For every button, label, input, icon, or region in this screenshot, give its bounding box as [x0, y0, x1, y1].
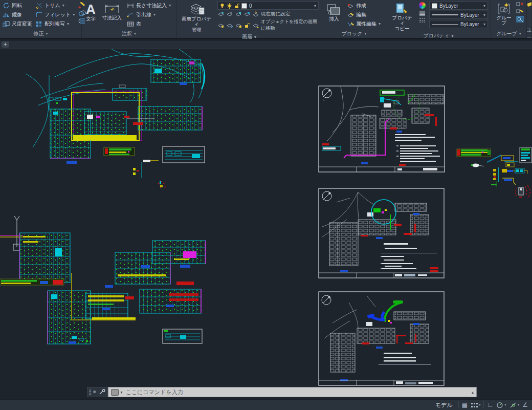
layer-properties-button[interactable]: 画層プロパティ 管理: [179, 2, 214, 33]
move-to-layer-label[interactable]: オブジェクトを指定の画層に移動: [261, 18, 319, 32]
attribute-edit-icon: [347, 21, 354, 27]
insert-icon: [326, 3, 342, 16]
trim-button[interactable]: トリム▾: [36, 2, 75, 10]
chevron-down-icon: ▾: [73, 11, 75, 19]
lineweight-dropdown[interactable]: ByLayer ▾: [429, 11, 488, 19]
linetype-line: [432, 24, 458, 25]
layer-prev-icon[interactable]: [226, 23, 233, 28]
group-edit-icon[interactable]: [516, 9, 524, 14]
layer-isolate-icon[interactable]: [217, 11, 225, 17]
group-selection-toggle-icon[interactable]: [516, 16, 524, 23]
chevron-down-icon[interactable]: ▾: [121, 390, 123, 395]
layer-lock-icon: [234, 3, 239, 9]
chevron-down-icon: ▾: [504, 403, 506, 407]
misc-details-drawing: [455, 143, 532, 205]
rotate-icon: [3, 2, 10, 9]
panel-label-annotate[interactable]: 注釈▾: [82, 29, 176, 38]
block-edit-button[interactable]: 編集: [347, 11, 381, 19]
block-edit-icon: [347, 12, 354, 18]
frame3-text-lines: [379, 353, 431, 365]
object-color-swatch: [432, 3, 437, 9]
ungroup-icon[interactable]: [516, 2, 524, 7]
linear-dimension-button[interactable]: 長さ寸法記入▾: [127, 2, 171, 10]
insert-button[interactable]: 挿入: [325, 2, 343, 23]
chevron-down-icon: ▾: [153, 11, 156, 19]
leader-button[interactable]: 引出線▾: [127, 11, 171, 19]
panel-modify: 回転 鏡像 尺度変更 トリム▾ フィレット▾ 配列複写▾: [0, 0, 82, 38]
set-current-layer-icon[interactable]: [252, 11, 259, 17]
chevron-down-icon: ▾: [479, 403, 481, 407]
recent-commands-icon[interactable]: ▴: [472, 390, 474, 395]
command-input-wrap: ▾ ▴: [108, 387, 477, 397]
move-to-layer-icon[interactable]: [252, 23, 259, 28]
chevron-down-icon: ▾: [452, 34, 454, 38]
layer-match-icon[interactable]: [217, 23, 225, 28]
dimension-icon: [103, 3, 121, 15]
match-properties-button[interactable]: プロパティ コピー: [389, 2, 415, 32]
new-tab-plus-icon[interactable]: +: [2, 41, 9, 48]
frame1-compass: [322, 89, 331, 101]
ortho-toggle[interactable]: ∟: [487, 401, 493, 408]
chevron-down-icon: ▾: [483, 13, 485, 17]
linetype-sample-icon: [419, 17, 426, 23]
set-current-label[interactable]: 現在層に設定: [261, 11, 290, 17]
frame3-title-block: [319, 380, 444, 385]
panel-label-utilities[interactable]: ユー: [527, 29, 531, 38]
chevron-down-icon: ▾: [483, 4, 485, 8]
dimension-button[interactable]: 寸法記入: [101, 2, 123, 21]
rotate-button[interactable]: 回転: [3, 2, 32, 10]
site-building-east: [124, 106, 202, 130]
layer-dropdown[interactable]: 0 ▾: [217, 2, 319, 10]
polar-tracking-toggle[interactable]: ▾: [496, 402, 506, 408]
frame1-text-lines: [395, 134, 440, 166]
layer-freeze-tool-icon[interactable]: [235, 11, 242, 17]
measure-icon[interactable]: [527, 2, 532, 8]
close-icon[interactable]: ✕: [93, 390, 97, 395]
snap-toggle[interactable]: ▾: [471, 402, 481, 408]
chevron-down-icon: ▾: [314, 4, 316, 8]
current-layer-name: 0: [249, 3, 312, 9]
chevron-down-icon: ▾: [254, 35, 256, 39]
panel-properties: プロパティ コピー ByLayer ▾ ByLayer ▾ ByLa: [386, 0, 491, 38]
array-icon: [36, 21, 42, 27]
ortho-icon: ∟: [487, 401, 493, 408]
layer-unisolate-icon[interactable]: [226, 11, 233, 17]
plan-wing-a: [19, 233, 70, 283]
layer-unlock-icon[interactable]: [243, 23, 251, 28]
block-create-icon: [347, 3, 354, 9]
file-tab-strip: +: [0, 41, 532, 49]
block-create-button[interactable]: 作成: [347, 2, 381, 10]
command-input[interactable]: [125, 389, 470, 396]
attribute-edit-button[interactable]: 属性編集▾: [347, 20, 381, 28]
layer-walk-icon[interactable]: [235, 23, 242, 28]
panel-label-properties[interactable]: プロパティ▾: [386, 32, 491, 39]
object-color-dropdown[interactable]: ByLayer ▾: [429, 2, 488, 10]
grid-toggle[interactable]: ▦: [462, 401, 468, 408]
model-space-button[interactable]: モデル: [433, 401, 455, 409]
panel-label-layers[interactable]: 画層▾: [176, 33, 322, 40]
site-small-blocks-left: [49, 98, 67, 104]
plan-elevation-detail: [163, 329, 202, 343]
mirror-button[interactable]: 鏡像: [3, 11, 32, 19]
command-prompt-icon[interactable]: [111, 389, 119, 396]
layer-off-icon[interactable]: [243, 11, 251, 17]
panel-annotate: A 文字 寸法記入 長さ寸法記入▾ 引出線▾ 表 注釈▾: [82, 0, 176, 38]
command-line-drag-handle[interactable]: [90, 390, 91, 395]
customize-wrench-icon[interactable]: [99, 389, 105, 395]
object-snap-toggle[interactable]: ▾: [509, 402, 520, 408]
panel-group: グループ グループ▾: [491, 0, 527, 38]
object-snap-icon: [509, 402, 517, 408]
trim-icon: [36, 3, 42, 9]
scale-button[interactable]: 尺度変更: [3, 20, 32, 28]
isodraft-toggle[interactable]: ∠: [522, 401, 528, 408]
fillet-button[interactable]: フィレット▾: [36, 11, 75, 19]
panel-label-modify[interactable]: 修正▾: [0, 29, 81, 38]
drawing-canvas[interactable]: ✕ ▾ ▴: [0, 49, 532, 399]
text-button[interactable]: A 文字: [84, 2, 97, 23]
linetype-dropdown[interactable]: ByLayer ▾: [429, 20, 488, 28]
panel-label-group[interactable]: グループ▾: [491, 29, 526, 38]
group-button[interactable]: グループ: [494, 2, 514, 27]
table-button[interactable]: 表: [127, 20, 171, 28]
array-button[interactable]: 配列複写▾: [36, 20, 75, 28]
panel-label-block[interactable]: ブロック▾: [322, 29, 386, 38]
